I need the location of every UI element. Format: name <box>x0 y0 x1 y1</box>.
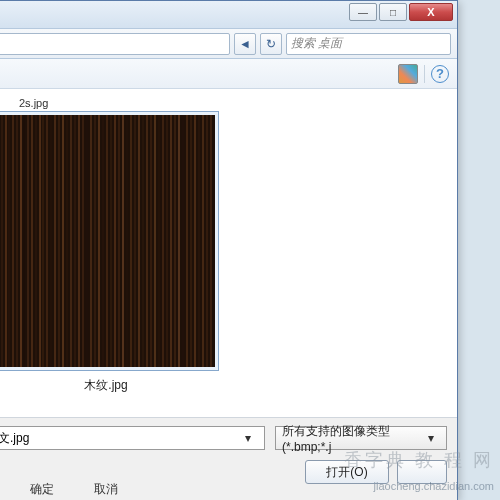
thumbnail-frame <box>0 111 219 371</box>
file-item-selected[interactable]: 木纹.jpg <box>0 111 221 394</box>
filter-field[interactable]: 所有支持的图像类型 (*.bmp;*.j ▾ <box>275 426 447 450</box>
toolbar: ? <box>0 59 457 89</box>
open-button[interactable]: 打开(O) <box>305 460 389 484</box>
thumbnail-label: 木纹.jpg <box>0 377 221 394</box>
toolbar-separator <box>424 65 425 83</box>
window-buttons: — □ X <box>349 3 453 21</box>
views-icon[interactable] <box>398 64 418 84</box>
filename-field[interactable]: 文.jpg ▾ <box>0 426 265 450</box>
cancel-button[interactable]: 取消 <box>94 481 118 498</box>
filter-value: 所有支持的图像类型 (*.bmp;*.j <box>282 423 423 454</box>
file-item-prev[interactable]: 2s.jpg <box>19 97 447 109</box>
file-dialog-window: — □ X ◄ ↻ 搜索 桌面 ? 2s.jpg <box>0 0 458 500</box>
thumbnail-image <box>0 115 215 367</box>
ok-button[interactable]: 确定 <box>30 481 54 498</box>
maximize-button[interactable]: □ <box>379 3 407 21</box>
secondary-button[interactable] <box>397 460 447 484</box>
address-field[interactable] <box>0 33 230 55</box>
chevron-down-icon[interactable]: ▾ <box>238 431 258 445</box>
help-icon[interactable]: ? <box>431 65 449 83</box>
minimize-button[interactable]: — <box>349 3 377 21</box>
search-placeholder: 搜索 桌面 <box>291 35 342 52</box>
parent-dialog-buttons: 确定 取消 <box>30 481 118 498</box>
address-bar: ◄ ↻ 搜索 桌面 <box>0 29 457 59</box>
input-row: 文.jpg ▾ 所有支持的图像类型 (*.bmp;*.j ▾ <box>0 426 447 450</box>
close-button[interactable]: X <box>409 3 453 21</box>
titlebar: — □ X <box>0 1 457 29</box>
refresh-button[interactable]: ↻ <box>260 33 282 55</box>
file-list-area[interactable]: 2s.jpg 木纹.jpg <box>0 89 457 417</box>
chevron-down-icon[interactable]: ▾ <box>423 431 440 445</box>
back-button[interactable]: ◄ <box>234 33 256 55</box>
filename-value: 文.jpg <box>0 430 29 447</box>
search-input[interactable]: 搜索 桌面 <box>286 33 451 55</box>
